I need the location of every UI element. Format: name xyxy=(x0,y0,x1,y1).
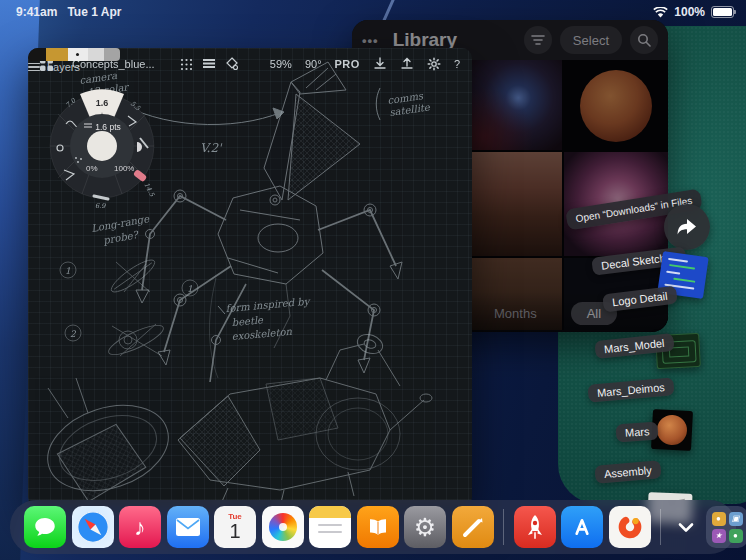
tool-wheel[interactable]: 1.6 7.0 5.5 14.5 6.9 1.6 pts 0% 100% xyxy=(42,78,172,218)
dock-app-calendar[interactable]: Tue 1 xyxy=(214,506,256,548)
search-button[interactable] xyxy=(630,26,658,54)
safari-compass-icon xyxy=(75,509,111,545)
share-forward-icon xyxy=(675,215,699,239)
annotation-exoskeleton: exoskeleton xyxy=(231,326,293,342)
annotation-circled-3: 1 xyxy=(187,284,193,294)
photo-thumbnail-mars-globe[interactable] xyxy=(564,60,668,150)
wheel-color-center xyxy=(87,131,117,161)
dock-app-safari[interactable] xyxy=(72,506,114,548)
shape-tool-icon[interactable] xyxy=(225,57,239,71)
swatch-gray[interactable] xyxy=(104,48,120,61)
wifi-icon xyxy=(653,7,668,18)
settings-gear-glyph: ⚙ xyxy=(414,513,436,542)
dock-app-notes[interactable] xyxy=(309,506,351,548)
annotation-probe: probe? xyxy=(101,229,140,247)
filter-lines-icon xyxy=(531,34,545,46)
photo-thumbnail-nebula-blue[interactable] xyxy=(458,60,562,150)
swatch-white-selected[interactable] xyxy=(68,48,88,61)
music-note-icon: ♪ xyxy=(134,516,146,539)
help-button[interactable]: ? xyxy=(454,58,460,70)
messages-bubble-icon xyxy=(32,514,58,540)
dock-app-mail[interactable] xyxy=(167,506,209,548)
dock-app-music[interactable]: ♪ xyxy=(119,506,161,548)
more-button[interactable]: ••• xyxy=(362,33,379,48)
calendar-day: 1 xyxy=(229,521,240,542)
wheel-bottom-size: 6.9 xyxy=(95,202,106,210)
wheel-size-label: 1.6 pts xyxy=(95,122,121,132)
appstore-a-icon xyxy=(570,515,594,539)
dock-app-appstore[interactable] xyxy=(561,506,603,548)
dot-grid-icon[interactable] xyxy=(180,58,193,71)
dock-app-photos[interactable] xyxy=(262,506,304,548)
pro-badge[interactable]: PRO xyxy=(335,58,360,70)
dock-app-color-c[interactable] xyxy=(609,506,651,548)
annotation-circled-1: 1 xyxy=(65,266,71,276)
dock-app-messages[interactable] xyxy=(24,506,66,548)
dock: ♪ Tue 1 ⚙ xyxy=(10,500,736,554)
swatch-lightgray[interactable] xyxy=(88,48,104,61)
mail-envelope-icon xyxy=(175,517,201,537)
zoom-level[interactable]: 59% xyxy=(270,58,292,70)
dock-app-rocket[interactable] xyxy=(514,506,556,548)
export-icon[interactable] xyxy=(400,57,414,71)
status-time: 9:41am xyxy=(16,5,57,19)
import-icon[interactable] xyxy=(373,57,387,71)
drag-item-label: Mars xyxy=(615,422,659,443)
annotation-circled-2: 2 xyxy=(70,329,77,339)
select-button[interactable]: Select xyxy=(560,26,622,54)
battery-percent: 100% xyxy=(674,5,705,19)
dock-app-books[interactable] xyxy=(357,506,399,548)
notes-yellow-bar xyxy=(309,506,351,518)
dock-divider xyxy=(503,509,504,545)
concepts-window: camera 12 solar comms satellite V.2' Lon… xyxy=(28,48,472,507)
swatch-black[interactable] xyxy=(28,48,46,61)
search-icon xyxy=(637,33,651,47)
dock-divider xyxy=(660,509,661,545)
rocket-icon xyxy=(523,514,547,540)
chevron-down-icon xyxy=(676,517,696,537)
color-swatch-bar[interactable] xyxy=(28,48,120,61)
dock-collapse-chevron[interactable] xyxy=(671,506,701,548)
app-library-grid-icon: ●▣★● xyxy=(712,512,743,543)
status-date: Tue 1 Apr xyxy=(67,5,121,19)
annotation-version: V.2' xyxy=(200,141,223,155)
concepts-pen-icon xyxy=(460,514,486,540)
wheel-size-badge: 1.6 xyxy=(96,98,109,108)
battery-icon xyxy=(711,6,734,18)
books-open-book-icon xyxy=(365,515,391,539)
annotation-beetle: beetle xyxy=(231,314,264,328)
wheel-side-size: 14.5 xyxy=(142,181,156,198)
orange-c-icon xyxy=(616,513,644,541)
dock-app-concepts[interactable] xyxy=(452,506,494,548)
dock-app-settings[interactable]: ⚙ xyxy=(404,506,446,548)
photo-thumbnail-mars-landscape[interactable] xyxy=(458,152,562,256)
photos-flower-icon xyxy=(269,513,297,541)
wheel-opacity-max: 100% xyxy=(114,164,134,173)
share-button[interactable] xyxy=(664,204,710,250)
wheel-opacity-min: 0% xyxy=(86,164,98,173)
settings-gear-icon[interactable] xyxy=(427,57,441,71)
dock-app-library[interactable]: ●▣★● xyxy=(706,506,746,548)
rotation-value[interactable]: 90° xyxy=(305,58,322,70)
layers-stack-icon[interactable] xyxy=(202,58,216,70)
swatch-gold[interactable] xyxy=(46,48,68,61)
filter-button[interactable] xyxy=(524,26,552,54)
tab-months[interactable]: Months xyxy=(494,306,537,321)
